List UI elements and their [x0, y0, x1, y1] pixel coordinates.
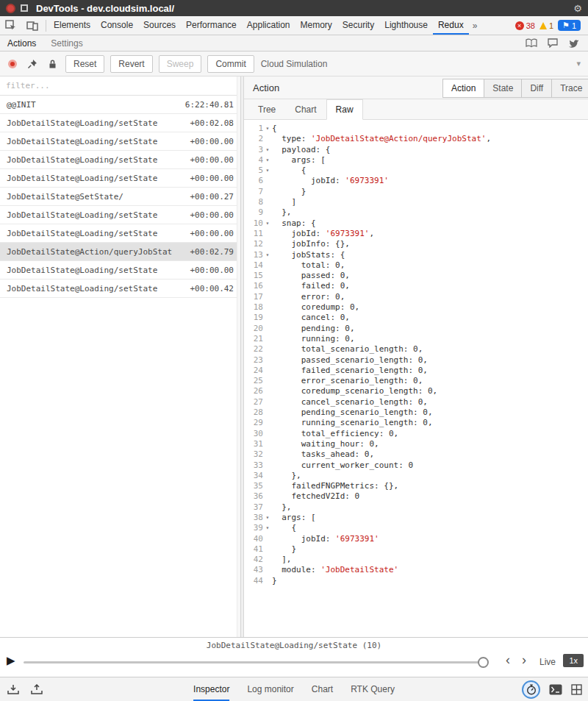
action-timestamp: +00:02.79 [190, 247, 234, 257]
timeline-slider[interactable] [24, 661, 487, 663]
action-label: JobDetailState@Loading/setState [7, 118, 157, 128]
window-close-button[interactable] [6, 4, 15, 13]
docs-book-icon[interactable] [526, 38, 537, 48]
inspector-tab[interactable]: Action [442, 79, 484, 98]
code-plain: module: [272, 565, 320, 574]
step-forward-button[interactable]: › [522, 652, 526, 668]
panel-nav-tab[interactable]: Settings [43, 38, 90, 49]
code-line: 11 ▾ jobId: '6973391', [244, 229, 588, 239]
fold-arrow-icon[interactable]: ▾ [263, 124, 272, 134]
window-restore-icon[interactable] [21, 4, 28, 12]
inspector-tab[interactable]: State [484, 79, 522, 98]
error-icon: × [515, 21, 524, 30]
code-line: 40 ▾ jobId: '6973391' [244, 534, 588, 544]
action-row[interactable]: JobDetailState@Loading/setState +00:02.0… [0, 114, 240, 132]
toolbar-button[interactable]: Revert [110, 55, 152, 73]
monitor-tab[interactable]: Chart [312, 677, 333, 701]
line-number: 16 [244, 281, 263, 291]
live-button[interactable]: Live [539, 657, 556, 667]
code-line: 28 ▾ pending_scenario_length: 0, [244, 408, 588, 418]
fold-arrow-icon[interactable]: ▾ [263, 145, 272, 155]
action-row[interactable]: JobDetailState@Loading/setState +00:00.0… [0, 132, 240, 151]
fold-arrow-icon[interactable]: ▾ [263, 166, 272, 176]
twitter-bird-icon[interactable] [568, 39, 579, 48]
inspector-subtab[interactable]: Tree [248, 99, 285, 120]
inspector-subtab[interactable]: Chart [285, 99, 326, 120]
action-row[interactable]: JobDetailState@SetState/ +00:00.27 [0, 188, 240, 206]
line-number: 42 [244, 555, 263, 565]
toolbar-button[interactable]: Sweep [159, 55, 202, 73]
toolbar-button[interactable]: Commit [207, 55, 254, 73]
action-row[interactable]: @@INIT 6:22:40.81 [0, 96, 240, 114]
fold-arrow-icon[interactable]: ▾ [263, 155, 272, 166]
monitor-tab[interactable]: RTK Query [351, 677, 395, 701]
fold-arrow-icon[interactable]: ▾ [263, 523, 272, 533]
panel-nav-tab[interactable]: Actions [0, 38, 43, 49]
speed-button[interactable]: 1x [563, 654, 584, 667]
code-line: 18 ▾ coredump: 0, [244, 302, 588, 313]
code-line: 33 ▾ current_worker_count: 0 [244, 460, 588, 471]
inspector-tab[interactable]: Diff [521, 79, 552, 98]
devtools-tabbar: Elements Console Sources Performance App… [0, 16, 588, 35]
gear-icon[interactable]: ⚙ [573, 4, 582, 13]
action-row[interactable]: JobDetailState@Loading/setState +00:00.4… [0, 280, 240, 298]
fold-arrow-icon[interactable]: ▾ [263, 250, 272, 260]
line-number: 33 [244, 460, 263, 471]
issues-badge[interactable]: ⚑ 1 [558, 20, 581, 31]
grid-layout-icon[interactable] [571, 684, 582, 695]
code-plain: jobStats: { [272, 250, 345, 260]
inspector-subtab[interactable]: Raw [326, 99, 363, 120]
instance-selector[interactable]: Cloud Simulation [261, 59, 328, 69]
devtools-tab[interactable]: Elements [49, 16, 96, 35]
lock-icon[interactable] [46, 59, 60, 69]
action-row[interactable]: JobDetailState@Action/queryJobStat +00:0… [0, 243, 240, 261]
action-label: @@INIT [7, 100, 36, 110]
terminal-icon[interactable] [549, 684, 562, 695]
step-back-button[interactable]: ‹ [506, 652, 510, 668]
feedback-chat-icon[interactable] [548, 38, 558, 48]
action-timestamp: +00:00.00 [190, 210, 234, 220]
devtools-tab[interactable]: Redux [433, 16, 469, 35]
inspector-tab[interactable]: Trace [551, 79, 588, 98]
code-line: 8 ▾ ] [244, 197, 588, 207]
record-button[interactable] [8, 60, 17, 68]
warning-badge[interactable]: 1 [539, 21, 553, 30]
devtools-tab[interactable]: Application [242, 16, 295, 35]
action-timestamp: +00:02.08 [190, 118, 234, 128]
devtools-tab[interactable]: Lighthouse [379, 16, 433, 35]
code-plain: } [272, 187, 306, 196]
filter-input[interactable] [6, 81, 234, 90]
toolbar-button[interactable]: Reset [65, 55, 104, 73]
pin-icon[interactable] [25, 59, 40, 69]
slider-knob[interactable] [478, 657, 489, 668]
import-state-icon[interactable] [31, 684, 43, 695]
action-row[interactable]: JobDetailState@Loading/setState +00:00.0… [0, 206, 240, 224]
export-state-icon[interactable] [7, 684, 19, 695]
devtools-tab[interactable]: Console [96, 16, 138, 35]
stopwatch-focus-ring[interactable] [522, 680, 540, 699]
error-badge[interactable]: × 38 [515, 21, 535, 30]
code-line: 3 ▾ payload: { [244, 145, 588, 155]
chevron-down-icon[interactable]: ▾ [576, 59, 581, 68]
device-toolbar-icon[interactable] [21, 20, 43, 31]
fold-arrow-icon[interactable]: ▾ [263, 513, 272, 523]
action-row[interactable]: JobDetailState@Loading/setState +00:00.0… [0, 261, 240, 280]
inspect-element-icon[interactable] [0, 20, 21, 31]
monitor-tab[interactable]: Log monitor [247, 677, 293, 701]
devtools-tab[interactable]: Memory [295, 16, 337, 35]
devtools-tab[interactable]: Security [337, 16, 379, 35]
code-line: 6 ▾ jobId: '6973391' [244, 176, 588, 186]
devtools-tab[interactable]: Performance [181, 16, 242, 35]
devtools-tab[interactable]: Sources [138, 16, 181, 35]
action-row[interactable]: JobDetailState@Loading/setState +00:00.0… [0, 151, 240, 169]
code-plain: cancel_scenario_length: 0, [272, 397, 428, 407]
more-tabs-icon[interactable]: » [469, 21, 481, 31]
action-row[interactable]: JobDetailState@Loading/setState +00:00.0… [0, 169, 240, 188]
action-list-panel: @@INIT 6:22:40.81 JobDetailState@Loading… [0, 76, 240, 637]
action-row[interactable]: JobDetailState@Loading/setState +00:00.0… [0, 224, 240, 243]
action-timestamp: 6:22:40.81 [185, 100, 234, 110]
code-plain: failed_scenario_length: 0, [272, 366, 428, 375]
play-button[interactable]: ▶ [7, 655, 15, 666]
fold-arrow-icon[interactable]: ▾ [263, 218, 272, 229]
monitor-tab[interactable]: Inspector [193, 677, 229, 701]
